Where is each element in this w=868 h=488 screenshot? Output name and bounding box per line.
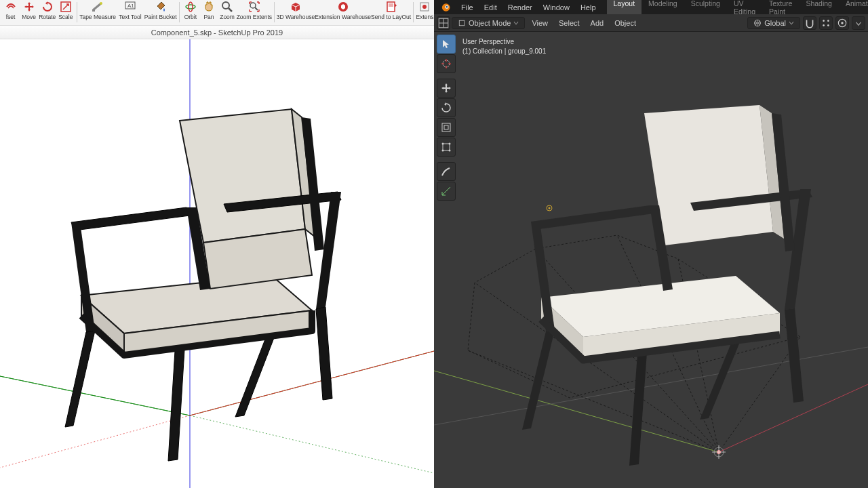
proportional-options[interactable] xyxy=(852,16,865,30)
view-name: User Perspective xyxy=(462,37,546,47)
svg-point-39 xyxy=(449,143,451,145)
snap-toggle[interactable] xyxy=(803,16,816,30)
svg-point-6 xyxy=(189,2,193,12)
axis-y-green xyxy=(434,371,719,452)
svg-point-29 xyxy=(841,22,843,24)
proportional-edit-toggle[interactable] xyxy=(835,16,849,30)
svg-rect-37 xyxy=(443,144,450,150)
axis-red xyxy=(190,351,434,415)
svg-point-18 xyxy=(446,5,448,7)
blender-window: FileEditRenderWindowHelp LayoutModelingS… xyxy=(434,0,868,488)
chair-model-blender[interactable] xyxy=(522,105,812,466)
blender-menubar: FileEditRenderWindowHelp LayoutModelingS… xyxy=(434,0,868,14)
tool-3dw[interactable]: 3D Warehouse xyxy=(277,0,315,20)
tool-transform[interactable] xyxy=(437,138,456,157)
tool-select-box[interactable] xyxy=(437,35,456,54)
menu-edit[interactable]: Edit xyxy=(479,3,502,12)
svg-point-26 xyxy=(823,24,825,26)
svg-text:A1: A1 xyxy=(127,3,134,9)
menu-window[interactable]: Window xyxy=(538,3,575,12)
tool-scale[interactable]: Scale xyxy=(56,0,75,20)
tool-layout[interactable]: Send to LayOut xyxy=(371,0,411,20)
blender-tool-shelf xyxy=(437,35,456,201)
tool-pan[interactable]: Pan xyxy=(199,0,218,20)
sketchup-viewport[interactable] xyxy=(0,39,434,488)
tool-move[interactable] xyxy=(437,79,456,98)
svg-point-38 xyxy=(442,143,444,145)
svg-rect-22 xyxy=(459,20,465,26)
object-mode-icon xyxy=(458,19,466,27)
svg-rect-35 xyxy=(442,123,450,131)
origin-gizmo xyxy=(712,445,726,459)
tool-ext[interactable]: Extens xyxy=(416,0,434,20)
tool-annotate[interactable] xyxy=(437,162,456,181)
mode-label: Object Mode xyxy=(469,19,511,27)
svg-line-8 xyxy=(229,8,232,12)
chevron-down-icon xyxy=(513,20,519,26)
tool-extw[interactable]: Extension Warehouse xyxy=(315,0,371,20)
chair-model-sketchup[interactable] xyxy=(65,109,341,461)
tool-rotate[interactable] xyxy=(437,98,456,117)
tool-cursor[interactable] xyxy=(437,54,456,73)
chevron-down-icon xyxy=(789,20,794,26)
blender-viewport[interactable]: User Perspective (1) Collection | group_… xyxy=(434,32,868,488)
globe-icon xyxy=(753,19,762,27)
sketchup-titlebar: Component_5.skp - SketchUp Pro 2019 xyxy=(0,26,434,39)
svg-point-24 xyxy=(823,20,825,22)
header-menu-view[interactable]: View xyxy=(526,19,553,27)
axis-green-solid xyxy=(0,376,190,415)
header-menu-object[interactable]: Object xyxy=(609,19,642,27)
tool-zoom[interactable]: Zoom xyxy=(218,0,237,20)
svg-point-1 xyxy=(100,2,102,5)
svg-rect-2 xyxy=(92,9,95,12)
tool-text[interactable]: A1Text Tool xyxy=(116,0,144,20)
menu-file[interactable]: File xyxy=(456,3,479,12)
tool-scale[interactable] xyxy=(437,118,456,137)
menu-help[interactable]: Help xyxy=(575,3,601,12)
blender-logo-icon xyxy=(438,1,452,14)
orientation-label: Global xyxy=(764,19,786,27)
svg-point-25 xyxy=(827,20,829,22)
axis-green-dash xyxy=(190,415,434,473)
header-menu-select[interactable]: Select xyxy=(553,19,585,27)
svg-line-47 xyxy=(468,350,719,452)
svg-point-7 xyxy=(222,2,229,9)
axis-red-dash xyxy=(0,415,190,468)
svg-rect-13 xyxy=(389,3,393,7)
svg-point-40 xyxy=(442,150,444,152)
active-object-path: (1) Collection | group_9.001 xyxy=(462,47,546,56)
svg-point-5 xyxy=(186,5,195,9)
svg-rect-36 xyxy=(444,125,448,129)
svg-point-9 xyxy=(250,3,256,8)
grid-line xyxy=(434,347,868,425)
mode-dropdown[interactable]: Object Mode xyxy=(452,17,525,29)
svg-point-41 xyxy=(449,150,451,152)
viewport-overlay-text: User Perspective (1) Collection | group_… xyxy=(462,37,546,56)
axis-green xyxy=(0,351,434,415)
tool-zoomext[interactable]: Zoom Extents xyxy=(237,0,272,20)
sketchup-toolbar: fsetMoveRotateScaleTape MeasureA1Text To… xyxy=(0,0,434,26)
snap-options[interactable] xyxy=(819,16,833,30)
svg-line-10 xyxy=(255,7,258,10)
tool-offset[interactable]: fset xyxy=(1,0,20,20)
tool-tape[interactable]: Tape Measure xyxy=(79,0,116,20)
tool-rotate[interactable]: Rotate xyxy=(38,0,56,20)
orientation-dropdown[interactable]: Global xyxy=(747,17,800,29)
tool-paint[interactable]: Paint Bucket xyxy=(144,0,177,20)
svg-point-42 xyxy=(549,207,551,209)
svg-point-15 xyxy=(422,5,427,9)
menu-render[interactable]: Render xyxy=(502,3,538,12)
tool-move[interactable]: Move xyxy=(20,0,38,20)
editor-type-dropdown[interactable] xyxy=(437,16,450,30)
sketchup-window: fsetMoveRotateScaleTape MeasureA1Text To… xyxy=(0,0,434,488)
tool-measure[interactable] xyxy=(437,182,456,201)
svg-point-27 xyxy=(827,24,829,26)
blender-3dview-header: Object Mode ViewSelectAddObject Global xyxy=(434,14,868,32)
tool-orbit[interactable]: Orbit xyxy=(181,0,199,20)
header-menu-add[interactable]: Add xyxy=(585,19,610,27)
